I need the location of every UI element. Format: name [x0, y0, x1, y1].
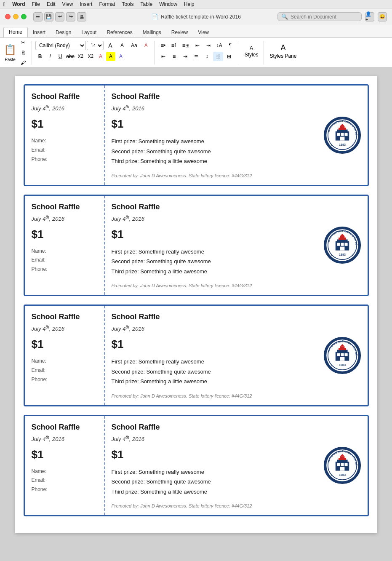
save-icon[interactable]: 💾	[44, 12, 53, 21]
tab-insert[interactable]: Insert	[28, 28, 51, 37]
maximize-button[interactable]	[21, 14, 27, 19]
ticket-4-stub-date: July 4th, 2016	[32, 435, 97, 442]
menu-view[interactable]: View	[62, 1, 73, 7]
sidebar-toggle-icon[interactable]: ☰	[33, 12, 43, 21]
menu-tools[interactable]: Tools	[122, 1, 133, 7]
minimize-button[interactable]	[13, 14, 19, 19]
traffic-lights	[5, 14, 27, 19]
justify-button[interactable]: ≣	[191, 52, 201, 61]
italic-button[interactable]: I	[45, 52, 55, 61]
underline-button[interactable]: U	[56, 52, 65, 61]
prize-3-t4: Third prize: Something a little awesome	[112, 487, 310, 497]
shrink-font-button[interactable]: A	[117, 41, 127, 50]
ticket-1-stub-date: July 4th, 2016	[32, 104, 97, 112]
menu-edit[interactable]: Edit	[47, 1, 56, 7]
paste-group: 📋 Paste ✂ ⎘ 🖌	[3, 41, 32, 64]
format-painter-button[interactable]: 🖌	[18, 58, 28, 67]
tab-home[interactable]: Home	[3, 27, 28, 37]
decrease-indent-button[interactable]: ⇤	[192, 41, 203, 50]
svg-rect-59	[344, 463, 347, 466]
copy-button[interactable]: ⎘	[18, 48, 28, 57]
tab-mailings[interactable]: Mailings	[138, 28, 166, 37]
align-left-button[interactable]: ⇤	[158, 52, 168, 61]
ticket-4-stub: School Raffle July 4th, 2016 $1 Name: Em…	[25, 416, 105, 516]
svg-rect-26	[341, 243, 344, 246]
prize-2-t4: Second prize: Something quite awesome	[112, 477, 310, 486]
align-center-button[interactable]: ≡	[169, 52, 179, 61]
undo-icon[interactable]: ↩	[55, 12, 64, 21]
menu-table[interactable]: Table	[140, 1, 152, 7]
paste-button[interactable]: 📋 Paste	[3, 43, 17, 62]
grow-font-button[interactable]: A	[105, 41, 115, 50]
styles-button[interactable]: A Styles	[243, 41, 261, 62]
svg-rect-41	[337, 353, 340, 356]
apple-menu[interactable]: 	[3, 1, 5, 8]
ticket-2-stub-price: $1	[32, 228, 97, 241]
ticket-2-main: School Raffle July 4th, 2016 $1 First pr…	[105, 196, 317, 295]
email-field-4: Email:	[32, 476, 97, 485]
align-right-button[interactable]: ⇥	[180, 52, 190, 61]
subscript-button[interactable]: X2	[76, 52, 85, 61]
bullets-button[interactable]: ≡•	[158, 41, 168, 50]
styles-pane-button[interactable]: A Styles Pane	[267, 41, 299, 62]
clear-format-button[interactable]: A	[141, 41, 151, 50]
highlight-button[interactable]: A	[106, 52, 115, 61]
borders-button[interactable]: ⊞	[224, 52, 234, 61]
numbering-button[interactable]: ≡1	[169, 41, 179, 50]
share-icon[interactable]: 👤+	[365, 12, 374, 21]
ticket-3-stub-title: School Raffle	[32, 313, 97, 321]
font-case-button[interactable]: Aa	[129, 41, 139, 50]
tab-references[interactable]: References	[101, 28, 137, 37]
text-effect-button[interactable]: A	[116, 52, 125, 61]
close-button[interactable]	[5, 14, 11, 19]
ticket-3[interactable]: School Raffle July 4th, 2016 $1 Name: Em…	[24, 305, 369, 406]
bold-button[interactable]: B	[35, 52, 45, 61]
ticket-3-stub-price: $1	[32, 338, 97, 351]
ticket-3-logo: NAVOTAS NATIONAL HIGH SCHOOL 1983 ★ ★	[317, 306, 368, 405]
superscript-button[interactable]: X2	[86, 52, 95, 61]
menu-insert[interactable]: Insert	[80, 1, 92, 7]
tab-layout[interactable]: Layout	[76, 28, 101, 37]
tab-design[interactable]: Design	[51, 28, 76, 37]
menu-word[interactable]: Word	[12, 1, 25, 7]
print-icon[interactable]: 🖶	[77, 12, 86, 21]
name-field-4: Name:	[32, 467, 97, 476]
tab-review[interactable]: Review	[166, 28, 193, 37]
font-color-button[interactable]: A	[96, 52, 105, 61]
ticket-2-main-title: School Raffle	[112, 203, 310, 211]
sort-button[interactable]: ↕A	[214, 41, 224, 50]
ticket-4-promo: Promoted by: John D Awesomeness. State l…	[112, 503, 310, 508]
increase-indent-button[interactable]: ⇥	[203, 41, 213, 50]
search-bar[interactable]: 🔍	[277, 12, 362, 21]
menu-format[interactable]: Format	[99, 1, 115, 7]
multilevel-list-button[interactable]: ≡⊞	[180, 41, 192, 50]
line-spacing-button[interactable]: ↕	[202, 52, 212, 61]
ticket-1-logo: NAVOTAS NATIONAL HIGH SCHOOL 1983 ★	[317, 85, 368, 185]
styles-pane-icon: A	[280, 43, 285, 52]
prize-1-t3: First prize: Something really awesome	[112, 357, 310, 366]
font-family-dropdown[interactable]: Calibri (Body)	[35, 41, 86, 50]
prize-3: Third prize: Something a little awesome	[112, 156, 310, 166]
styles-label: Styles	[245, 52, 259, 58]
cut-button[interactable]: ✂	[18, 38, 28, 47]
tab-view[interactable]: View	[193, 28, 214, 37]
emoji-icon[interactable]: 😀	[378, 12, 387, 21]
ticket-1[interactable]: School Raffle July 4th, 2016 $1 Name: Em…	[24, 84, 369, 186]
strikethrough-button[interactable]: abc	[66, 52, 75, 61]
menu-help[interactable]: Help	[184, 1, 195, 7]
ticket-4-main: School Raffle July 4th, 2016 $1 First pr…	[105, 416, 317, 516]
ticket-4-logo: NAVOTAS NATIONAL HIGH SCHOOL 1983 ★ ★	[317, 416, 368, 516]
school-logo-svg-3: NAVOTAS NATIONAL HIGH SCHOOL 1983 ★ ★	[323, 337, 361, 374]
shading-button[interactable]: ░	[213, 52, 223, 61]
show-hide-button[interactable]: ¶	[225, 41, 235, 50]
menu-window[interactable]: Window	[159, 1, 177, 7]
email-field-3: Email:	[32, 366, 97, 375]
menu-file[interactable]: File	[32, 1, 40, 7]
ticket-2[interactable]: School Raffle July 4th, 2016 $1 Name: Em…	[24, 195, 369, 297]
font-size-dropdown[interactable]: 14	[87, 41, 104, 50]
search-input[interactable]	[291, 14, 354, 20]
redo-icon[interactable]: ↪	[66, 12, 75, 21]
svg-rect-39	[340, 346, 344, 348]
ribbon-tabs: Home Insert Design Layout References Mai…	[0, 25, 392, 38]
ticket-4[interactable]: School Raffle July 4th, 2016 $1 Name: Em…	[24, 415, 369, 517]
